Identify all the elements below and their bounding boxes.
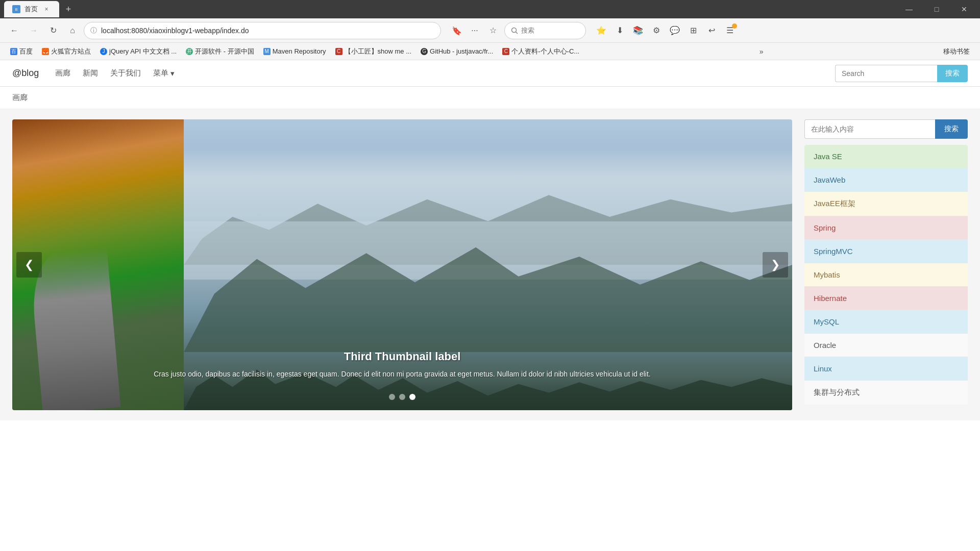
bookmark-xiaogongjiang[interactable]: C 【小工匠】show me ... (331, 45, 415, 58)
menu-icon[interactable]: ☰ (722, 22, 738, 39)
carousel-indicator-2[interactable] (399, 394, 405, 400)
tab-view-icon[interactable]: ⊞ (685, 22, 701, 39)
category-label: Java SE (814, 152, 842, 161)
browser-search-input[interactable] (521, 27, 572, 34)
tab-favicon: B (12, 5, 20, 13)
bookmarks-more-btn[interactable]: » (756, 45, 767, 58)
search-icon (511, 27, 518, 34)
carousel-next-btn[interactable]: ❯ (763, 252, 788, 278)
bookmark-label: jQuery API 中文文档 ... (109, 47, 177, 56)
bookmark-maven[interactable]: M Maven Repository (259, 45, 330, 57)
category-springmvc[interactable]: SpringMVC (804, 240, 968, 263)
bookmark-label: 开源软件 - 开源中国 (195, 47, 254, 56)
maximize-button[interactable]: □ (925, 2, 948, 16)
bookmark-favicon: 🦊 (42, 48, 49, 55)
library-icon[interactable]: 📚 (630, 22, 646, 39)
nav-news[interactable]: 新闻 (83, 66, 98, 80)
nav-search-button[interactable]: 搜索 (937, 65, 968, 82)
page-content: @blog 画廊 新闻 关于我们 菜单 ▾ 搜索 画廊 (0, 60, 980, 551)
nav-search-input[interactable] (835, 65, 937, 82)
breadcrumb: 画廊 (12, 93, 28, 102)
bookmark-favicon: C (335, 48, 342, 55)
bookmark-label: 【小工匠】show me ... (345, 47, 411, 56)
back-button[interactable]: ← (6, 22, 22, 39)
chat-icon[interactable]: 💬 (667, 22, 683, 39)
category-label: Linux (814, 364, 832, 373)
carousel-caption: Third Thumbnail label Cras justo odio, d… (12, 350, 792, 380)
carousel-caption-title: Third Thumbnail label (33, 350, 772, 363)
browser-search-bar[interactable] (504, 22, 586, 39)
browser-frame: B 首页 × + — □ ✕ ← → ↻ ⌂ ⓘ localhost:8080/… (0, 0, 980, 551)
bookmark-firefox[interactable]: 🦊 火狐官方站点 (38, 45, 95, 58)
extensions-icon[interactable]: ⭐ (593, 22, 609, 39)
bookmark-favicon: M (263, 48, 271, 55)
category-cluster[interactable]: 集群与分布式 (804, 381, 968, 405)
minimize-button[interactable]: — (897, 2, 921, 16)
category-hibernate[interactable]: Hibernate (804, 287, 968, 310)
bookmark-jquery[interactable]: J jQuery API 中文文档 ... (96, 45, 181, 58)
carousel-prev-btn[interactable]: ❮ (16, 252, 42, 278)
bookmark-favicon: 百 (10, 48, 17, 55)
window-controls: — □ ✕ (897, 2, 976, 16)
nav-search-group: 搜索 (835, 65, 968, 82)
address-bar[interactable]: ⓘ localhost:8080/xiaoxinblogv1-webapp/in… (84, 22, 441, 39)
tab-close-btn[interactable]: × (42, 5, 51, 14)
toolbar-right: ⭐ ⬇ 📚 ⚙ 💬 ⊞ ↩ ☰ (593, 22, 738, 39)
category-label: MySQL (814, 317, 839, 326)
category-java-se[interactable]: Java SE (804, 145, 968, 168)
carousel-indicators (389, 394, 415, 400)
bookmarks-right-btn[interactable]: 移动书签 (939, 45, 974, 58)
download-icon[interactable]: ⬇ (611, 22, 628, 39)
bookmark-favicon: J (100, 48, 107, 55)
bookmark-baidu[interactable]: 百 百度 (6, 45, 37, 58)
dropdown-menu-btn[interactable]: 菜单 ▾ (153, 68, 175, 78)
close-button[interactable]: ✕ (952, 2, 976, 16)
more-btn[interactable]: ··· (467, 22, 483, 39)
category-label: Hibernate (814, 294, 847, 303)
bookmark-label: 百度 (19, 47, 33, 56)
category-label: SpringMVC (814, 247, 853, 256)
category-mybatis[interactable]: Mybatis (804, 263, 968, 287)
back-icon2[interactable]: ↩ (703, 22, 720, 39)
navigation-bar: ← → ↻ ⌂ ⓘ localhost:8080/xiaoxinblogv1-w… (0, 18, 980, 43)
tab-title: 首页 (24, 5, 38, 14)
bookmark-favicon: C (502, 48, 509, 55)
star-btn[interactable]: ☆ (485, 22, 501, 39)
refresh-button[interactable]: ↻ (45, 22, 61, 39)
url-text: localhost:8080/xiaoxinblogv1-webapp/inde… (101, 27, 434, 35)
category-oracle[interactable]: Oracle (804, 334, 968, 357)
category-linux[interactable]: Linux (804, 357, 968, 381)
dropdown-label: 菜单 (153, 68, 168, 78)
new-tab-button[interactable]: + (61, 2, 76, 16)
category-javaweb[interactable]: JavaWeb (804, 168, 968, 192)
sidebar-search-button[interactable]: 搜索 (935, 119, 968, 139)
forward-button[interactable]: → (26, 22, 42, 39)
dropdown-arrow-icon: ▾ (170, 69, 175, 78)
nav-gallery[interactable]: 画廊 (55, 66, 70, 80)
bookmark-oschina[interactable]: 开 开源软件 - 开源中国 (182, 45, 258, 58)
bookmark-label: GitHub - justjavac/fr... (430, 47, 493, 55)
nav-about[interactable]: 关于我们 (110, 66, 141, 80)
category-label: 集群与分布式 (814, 388, 860, 396)
bookmark-csdn[interactable]: C 个人资料-个人中心-C... (498, 45, 583, 58)
category-spring[interactable]: Spring (804, 216, 968, 240)
home-button[interactable]: ⌂ (64, 22, 81, 39)
settings-icon[interactable]: ⚙ (648, 22, 665, 39)
sidebar: 搜索 Java SE JavaWeb JavaEE框架 Spring (804, 119, 968, 410)
category-label: Mybatis (814, 270, 840, 279)
category-label: Oracle (814, 341, 836, 349)
carousel-indicator-1[interactable] (389, 394, 395, 400)
category-label: JavaWeb (814, 176, 845, 184)
bookmark-github[interactable]: G GitHub - justjavac/fr... (416, 45, 497, 57)
brand-logo[interactable]: @blog (12, 68, 39, 79)
svg-text:🔖: 🔖 (452, 26, 461, 35)
sidebar-search-input[interactable] (804, 119, 935, 139)
notification-badge (732, 23, 737, 29)
category-javaee[interactable]: JavaEE框架 (804, 192, 968, 216)
svg-text:B: B (15, 8, 18, 11)
bookmarks-icon[interactable]: 🔖 (448, 22, 464, 39)
bookmarks-bar: 百 百度 🦊 火狐官方站点 J jQuery API 中文文档 ... 开 开源… (0, 43, 980, 60)
active-tab[interactable]: B 首页 × (4, 1, 59, 17)
carousel-indicator-3[interactable] (409, 394, 415, 400)
category-mysql[interactable]: MySQL (804, 310, 968, 334)
